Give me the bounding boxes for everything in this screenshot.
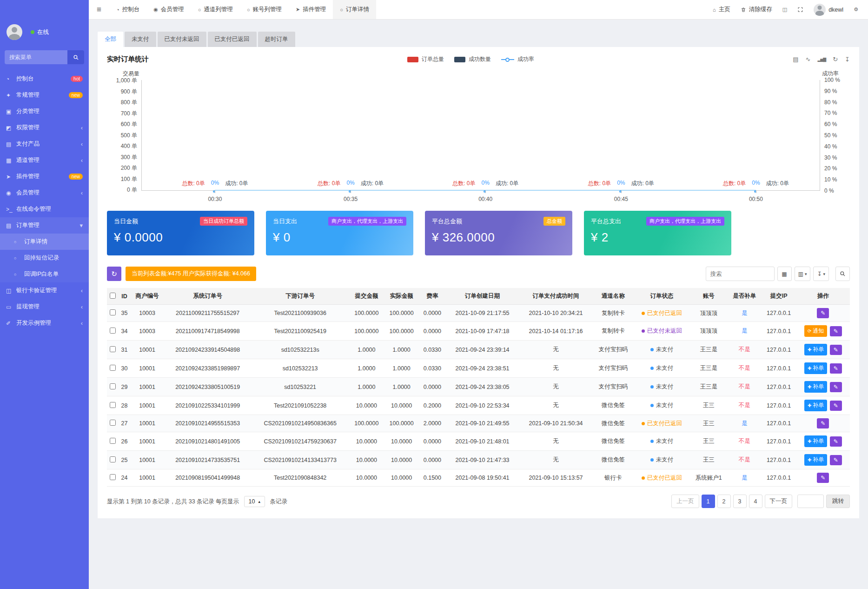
column-header[interactable]: 商户编号 bbox=[130, 288, 164, 305]
legend-item[interactable]: 成功数量 bbox=[454, 55, 491, 63]
sidebar-item[interactable]: >_ 在线命令管理 bbox=[0, 201, 89, 217]
prev-page-button[interactable]: 上一页 bbox=[671, 495, 699, 508]
page-number-button[interactable]: 4 bbox=[749, 495, 762, 508]
row-checkbox[interactable] bbox=[110, 438, 116, 444]
sidebar-item[interactable]: ➤ 插件管理 new bbox=[0, 168, 89, 185]
edit-button[interactable]: ✎ bbox=[817, 418, 829, 428]
sidebar-item[interactable]: ▤ 支付产品 ‹ bbox=[0, 136, 89, 152]
row-checkbox[interactable] bbox=[110, 456, 116, 462]
menu-search-input[interactable] bbox=[5, 50, 67, 64]
fullscreen-icon[interactable] bbox=[792, 0, 808, 19]
jump-button[interactable]: 跳转 bbox=[826, 495, 850, 508]
column-header[interactable]: 费率 bbox=[419, 288, 445, 305]
edit-button[interactable]: ✎ bbox=[830, 363, 842, 374]
sidebar-item[interactable]: ▣ 分类管理 bbox=[0, 103, 89, 120]
row-checkbox[interactable] bbox=[110, 365, 116, 371]
column-header[interactable]: 实际金额 bbox=[384, 288, 419, 305]
filter-tab[interactable]: 已支付已返回 bbox=[208, 32, 257, 47]
notify-button[interactable]: ⟳通知 bbox=[804, 325, 827, 337]
next-page-button[interactable]: 下一页 bbox=[765, 495, 793, 508]
column-header[interactable]: 订单创建日期 bbox=[446, 288, 519, 305]
topbar-nav-item[interactable]: ○ 账号列管理 bbox=[240, 0, 289, 19]
sidebar-item[interactable]: ◩ 权限管理 ‹ bbox=[0, 120, 89, 136]
row-checkbox[interactable] bbox=[110, 328, 116, 334]
hamburger-menu-icon[interactable]: ≡ bbox=[89, 0, 109, 19]
reorder-button[interactable]: ✚补单 bbox=[804, 362, 827, 374]
page-number-button[interactable]: 1 bbox=[702, 495, 715, 508]
row-checkbox[interactable] bbox=[110, 474, 116, 480]
clear-cache-button[interactable]: 清除缓存 bbox=[735, 0, 777, 19]
edit-button[interactable]: ✎ bbox=[830, 326, 842, 336]
reorder-button[interactable]: ✚补单 bbox=[804, 435, 827, 447]
topbar-nav-item[interactable]: ○ 通道列管理 bbox=[191, 0, 240, 19]
jump-page-input[interactable] bbox=[797, 495, 824, 508]
refresh-table-button[interactable]: ↻ bbox=[107, 267, 121, 281]
column-header[interactable]: 订单支付成功时间 bbox=[519, 288, 593, 305]
row-checkbox[interactable] bbox=[110, 420, 116, 426]
column-header[interactable]: 通道名称 bbox=[593, 288, 634, 305]
sidebar-item[interactable]: ▭ 提现管理 ‹ bbox=[0, 299, 89, 315]
chart-download-icon[interactable]: ↧ bbox=[845, 56, 850, 63]
chart-refresh-icon[interactable]: ↻ bbox=[833, 56, 838, 63]
column-header[interactable]: 下游订单号 bbox=[252, 288, 349, 305]
legend-item[interactable]: 成功率 bbox=[501, 55, 534, 63]
topbar-nav-item[interactable]: ○ 订单详情 bbox=[333, 0, 376, 19]
page-number-button[interactable]: 2 bbox=[717, 495, 731, 508]
filter-tab[interactable]: 全部 bbox=[98, 32, 123, 47]
sidebar-item[interactable]: ✐ 开发示例管理 ‹ bbox=[0, 315, 89, 331]
data-view-icon[interactable]: ▤ bbox=[793, 56, 798, 63]
row-checkbox[interactable] bbox=[110, 383, 116, 389]
reorder-button[interactable]: ✚补单 bbox=[804, 381, 827, 393]
column-header[interactable]: 操作 bbox=[796, 288, 850, 305]
settings-gear-icon[interactable]: ⚙ bbox=[848, 0, 863, 19]
column-header[interactable]: ID bbox=[119, 288, 131, 305]
sidebar-item[interactable]: ▦ 通道管理 ‹ bbox=[0, 152, 89, 168]
table-search-input[interactable] bbox=[706, 267, 775, 281]
user-menu[interactable]: dkewl bbox=[808, 0, 848, 19]
row-checkbox[interactable] bbox=[110, 309, 116, 315]
home-link[interactable]: ⌂ 主页 bbox=[708, 0, 735, 19]
toggle-view-button[interactable]: ▦ bbox=[777, 267, 792, 281]
filter-tab[interactable]: 超时订单 bbox=[258, 32, 295, 47]
topbar-nav-item[interactable]: ◉ 会员管理 bbox=[146, 0, 191, 19]
column-header[interactable]: 提交IP bbox=[762, 288, 796, 305]
sidebar-item[interactable]: ○ 订单详情 bbox=[0, 234, 89, 250]
locale-icon[interactable]: ◫ bbox=[777, 0, 792, 19]
reorder-button[interactable]: ✚补单 bbox=[804, 344, 827, 355]
column-header[interactable]: 订单状态 bbox=[634, 288, 689, 305]
page-size-select[interactable]: 10 ▴ bbox=[244, 496, 265, 507]
row-checkbox[interactable] bbox=[110, 402, 116, 408]
sidebar-item[interactable]: ◔ 控制台 hot bbox=[0, 71, 89, 87]
row-checkbox[interactable] bbox=[110, 346, 116, 352]
column-header[interactable]: 是否补单 bbox=[728, 288, 761, 305]
edit-button[interactable]: ✎ bbox=[830, 436, 842, 447]
edit-button[interactable]: ✎ bbox=[830, 382, 842, 392]
column-header[interactable]: 账号 bbox=[690, 288, 728, 305]
edit-button[interactable]: ✎ bbox=[830, 401, 842, 411]
sidebar-item[interactable]: ✦ 常规管理 new bbox=[0, 87, 89, 103]
menu-search-button[interactable] bbox=[67, 50, 84, 64]
column-header[interactable]: 系统订单号 bbox=[164, 288, 252, 305]
reorder-button[interactable]: ✚补单 bbox=[804, 454, 827, 466]
sidebar-item[interactable]: ○ 回掉短信记录 bbox=[0, 250, 89, 266]
avatar[interactable] bbox=[7, 24, 22, 40]
select-all-checkbox[interactable] bbox=[110, 293, 116, 299]
topbar-nav-item[interactable]: ➤ 插件管理 bbox=[289, 0, 333, 19]
sidebar-item[interactable]: ○ 回调IP白名单 bbox=[0, 266, 89, 282]
edit-button[interactable]: ✎ bbox=[830, 455, 842, 465]
line-chart-icon[interactable]: ∿ bbox=[806, 56, 811, 63]
sidebar-item[interactable]: ◉ 会员管理 ‹ bbox=[0, 185, 89, 201]
column-header[interactable]: 提交金额 bbox=[349, 288, 384, 305]
page-number-button[interactable]: 3 bbox=[733, 495, 747, 508]
edit-button[interactable]: ✎ bbox=[817, 308, 829, 318]
sidebar-item[interactable]: ◫ 银行卡验证管理 ‹ bbox=[0, 282, 89, 299]
edit-button[interactable]: ✎ bbox=[830, 345, 842, 355]
bar-chart-icon[interactable]: ▂▅▇ bbox=[817, 57, 826, 62]
edit-button[interactable]: ✎ bbox=[817, 473, 829, 483]
reorder-button[interactable]: ✚补单 bbox=[804, 400, 827, 411]
filter-tab[interactable]: 已支付未返回 bbox=[158, 32, 206, 47]
search-button[interactable] bbox=[835, 267, 850, 281]
filter-tab[interactable]: 未支付 bbox=[125, 32, 156, 47]
topbar-nav-item[interactable]: ◔ 控制台 bbox=[109, 0, 146, 19]
legend-item[interactable]: 订单总量 bbox=[407, 55, 444, 63]
